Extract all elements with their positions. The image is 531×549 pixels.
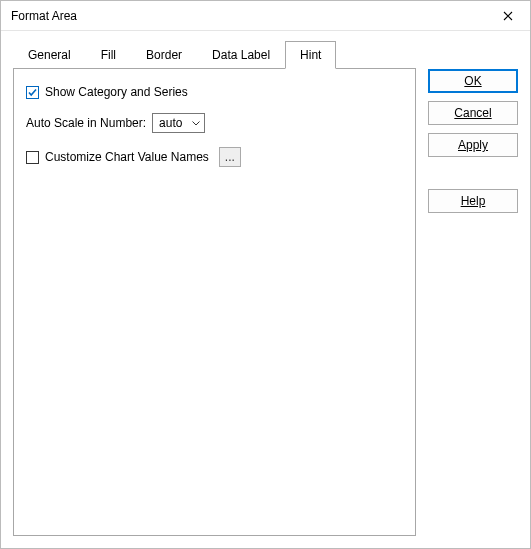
help-button[interactable]: Help	[428, 189, 518, 213]
title-bar: Format Area	[1, 1, 530, 31]
button-label: Help	[461, 194, 486, 208]
tab-label: Border	[146, 48, 182, 62]
ellipsis-icon: ...	[225, 150, 235, 164]
close-button[interactable]	[486, 1, 530, 31]
tab-label: Fill	[101, 48, 116, 62]
tab-panel-hint: Show Category and Series Auto Scale in N…	[13, 69, 416, 536]
ok-button[interactable]: OK	[428, 69, 518, 93]
dialog-content: General Fill Border Data Label Hint Show…	[1, 31, 530, 548]
button-gap	[428, 165, 518, 181]
customize-names-checkbox[interactable]	[26, 151, 39, 164]
tab-label: Data Label	[212, 48, 270, 62]
auto-scale-value: auto	[153, 116, 188, 130]
button-label: OK	[464, 74, 481, 88]
show-category-series-label: Show Category and Series	[45, 85, 188, 99]
tab-label: General	[28, 48, 71, 62]
check-icon	[27, 87, 38, 98]
auto-scale-label: Auto Scale in Number:	[26, 116, 146, 130]
chevron-down-icon	[188, 114, 204, 132]
tab-strip-border	[13, 68, 416, 69]
customize-names-label: Customize Chart Value Names	[45, 150, 209, 164]
customize-names-row: Customize Chart Value Names ...	[26, 147, 403, 167]
tab-strip: General Fill Border Data Label Hint	[13, 41, 416, 69]
show-category-series-row: Show Category and Series	[26, 85, 403, 99]
show-category-series-checkbox[interactable]	[26, 86, 39, 99]
button-label: Cancel	[454, 106, 491, 120]
tab-label: Hint	[300, 48, 321, 62]
tab-data-label[interactable]: Data Label	[197, 41, 285, 69]
auto-scale-select[interactable]: auto	[152, 113, 205, 133]
button-column: OK Cancel Apply Help	[428, 41, 518, 536]
tab-border[interactable]: Border	[131, 41, 197, 69]
auto-scale-row: Auto Scale in Number: auto	[26, 113, 403, 133]
tab-fill[interactable]: Fill	[86, 41, 131, 69]
tab-hint[interactable]: Hint	[285, 41, 336, 69]
customize-names-more-button[interactable]: ...	[219, 147, 241, 167]
left-column: General Fill Border Data Label Hint Show…	[13, 41, 416, 536]
cancel-button[interactable]: Cancel	[428, 101, 518, 125]
close-icon	[503, 11, 513, 21]
window-title: Format Area	[11, 9, 486, 23]
apply-button[interactable]: Apply	[428, 133, 518, 157]
tab-general[interactable]: General	[13, 41, 86, 69]
button-label: Apply	[458, 138, 488, 152]
